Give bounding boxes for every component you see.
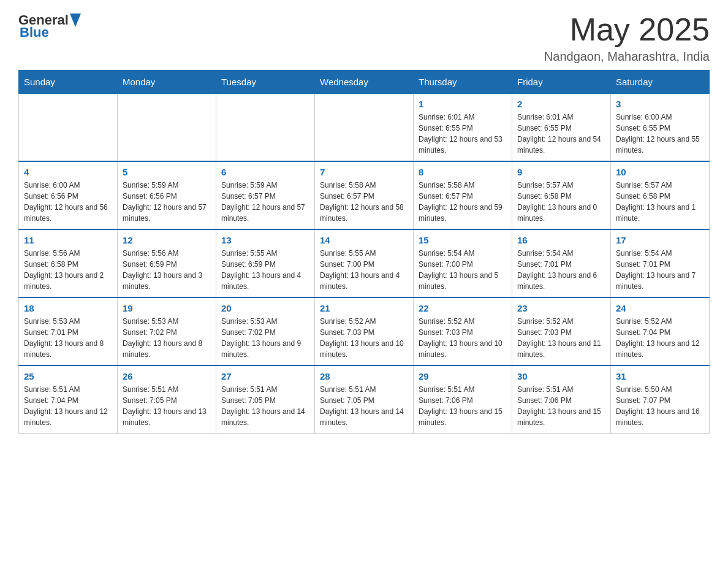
day-number: 21 [320, 303, 408, 313]
day-info: Sunrise: 5:50 AMSunset: 7:07 PMDaylight:… [616, 384, 704, 428]
calendar-cell: 15Sunrise: 5:54 AMSunset: 7:00 PMDayligh… [414, 229, 512, 297]
calendar-week-row: 1Sunrise: 6:01 AMSunset: 6:55 PMDaylight… [19, 94, 710, 162]
calendar-week-row: 25Sunrise: 5:51 AMSunset: 7:04 PMDayligh… [19, 366, 710, 434]
calendar-week-row: 11Sunrise: 5:56 AMSunset: 6:58 PMDayligh… [19, 229, 710, 297]
calendar-cell [216, 94, 315, 162]
day-info: Sunrise: 5:51 AMSunset: 7:05 PMDaylight:… [320, 384, 408, 428]
title-section: May 2025 Nandgaon, Maharashtra, India [544, 12, 710, 64]
logo-triangle-icon [70, 13, 81, 27]
day-number: 15 [419, 235, 507, 245]
day-info: Sunrise: 5:58 AMSunset: 6:57 PMDaylight:… [419, 180, 507, 224]
calendar-cell [118, 94, 216, 162]
calendar-cell: 23Sunrise: 5:52 AMSunset: 7:03 PMDayligh… [512, 297, 611, 366]
calendar-cell: 14Sunrise: 5:55 AMSunset: 7:00 PMDayligh… [315, 229, 414, 297]
day-number: 13 [221, 235, 309, 245]
day-info: Sunrise: 5:51 AMSunset: 7:04 PMDaylight:… [24, 384, 112, 428]
day-info: Sunrise: 6:00 AMSunset: 6:56 PMDaylight:… [24, 180, 112, 224]
day-info: Sunrise: 5:56 AMSunset: 6:58 PMDaylight:… [24, 248, 112, 292]
day-info: Sunrise: 6:00 AMSunset: 6:55 PMDaylight:… [616, 112, 704, 156]
calendar-cell: 16Sunrise: 5:54 AMSunset: 7:01 PMDayligh… [512, 229, 611, 297]
calendar-cell: 25Sunrise: 5:51 AMSunset: 7:04 PMDayligh… [19, 366, 118, 434]
calendar-cell: 11Sunrise: 5:56 AMSunset: 6:58 PMDayligh… [19, 229, 118, 297]
weekday-header-sunday: Sunday [19, 71, 118, 94]
month-title: May 2025 [544, 12, 710, 47]
calendar-header-row: SundayMondayTuesdayWednesdayThursdayFrid… [19, 71, 710, 94]
calendar-cell: 18Sunrise: 5:53 AMSunset: 7:01 PMDayligh… [19, 297, 118, 366]
day-info: Sunrise: 5:53 AMSunset: 7:01 PMDaylight:… [24, 316, 112, 360]
calendar-cell: 1Sunrise: 6:01 AMSunset: 6:55 PMDaylight… [414, 94, 512, 162]
day-info: Sunrise: 5:51 AMSunset: 7:06 PMDaylight:… [419, 384, 507, 428]
day-number: 18 [24, 303, 112, 313]
calendar-cell: 28Sunrise: 5:51 AMSunset: 7:05 PMDayligh… [315, 366, 414, 434]
day-number: 27 [221, 371, 309, 381]
day-number: 22 [419, 303, 507, 313]
calendar-cell: 26Sunrise: 5:51 AMSunset: 7:05 PMDayligh… [118, 366, 216, 434]
calendar-cell: 17Sunrise: 5:54 AMSunset: 7:01 PMDayligh… [611, 229, 710, 297]
calendar-cell: 2Sunrise: 6:01 AMSunset: 6:55 PMDaylight… [512, 94, 611, 162]
calendar-cell: 21Sunrise: 5:52 AMSunset: 7:03 PMDayligh… [315, 297, 414, 366]
calendar-cell [315, 94, 414, 162]
day-number: 5 [123, 167, 211, 177]
calendar-cell: 22Sunrise: 5:52 AMSunset: 7:03 PMDayligh… [414, 297, 512, 366]
day-info: Sunrise: 5:59 AMSunset: 6:56 PMDaylight:… [123, 180, 211, 224]
day-info: Sunrise: 5:51 AMSunset: 7:06 PMDaylight:… [517, 384, 605, 428]
day-info: Sunrise: 5:52 AMSunset: 7:03 PMDaylight:… [419, 316, 507, 360]
day-number: 19 [123, 303, 211, 313]
weekday-header-thursday: Thursday [414, 71, 512, 94]
calendar-cell [19, 94, 118, 162]
weekday-header-monday: Monday [118, 71, 216, 94]
day-info: Sunrise: 5:59 AMSunset: 6:57 PMDaylight:… [221, 180, 309, 224]
day-number: 31 [616, 371, 704, 381]
day-number: 11 [24, 235, 112, 245]
day-info: Sunrise: 6:01 AMSunset: 6:55 PMDaylight:… [419, 112, 507, 156]
day-info: Sunrise: 5:54 AMSunset: 7:01 PMDaylight:… [517, 248, 605, 292]
day-number: 12 [123, 235, 211, 245]
day-info: Sunrise: 5:52 AMSunset: 7:03 PMDaylight:… [517, 316, 605, 360]
day-number: 10 [616, 167, 704, 177]
page-header: General Blue May 2025 Nandgaon, Maharash… [18, 12, 710, 64]
calendar-cell: 8Sunrise: 5:58 AMSunset: 6:57 PMDaylight… [414, 161, 512, 229]
day-number: 30 [517, 371, 605, 381]
day-number: 29 [419, 371, 507, 381]
calendar-cell: 27Sunrise: 5:51 AMSunset: 7:05 PMDayligh… [216, 366, 315, 434]
day-number: 28 [320, 371, 408, 381]
logo: General Blue [18, 12, 81, 40]
calendar-week-row: 4Sunrise: 6:00 AMSunset: 6:56 PMDaylight… [19, 161, 710, 229]
day-info: Sunrise: 5:56 AMSunset: 6:59 PMDaylight:… [123, 248, 211, 292]
calendar-cell: 6Sunrise: 5:59 AMSunset: 6:57 PMDaylight… [216, 161, 315, 229]
day-number: 2 [517, 99, 605, 109]
day-number: 4 [24, 167, 112, 177]
weekday-header-tuesday: Tuesday [216, 71, 315, 94]
day-number: 14 [320, 235, 408, 245]
day-info: Sunrise: 5:52 AMSunset: 7:04 PMDaylight:… [616, 316, 704, 360]
day-info: Sunrise: 5:55 AMSunset: 6:59 PMDaylight:… [221, 248, 309, 292]
day-info: Sunrise: 5:54 AMSunset: 7:00 PMDaylight:… [419, 248, 507, 292]
calendar-week-row: 18Sunrise: 5:53 AMSunset: 7:01 PMDayligh… [19, 297, 710, 366]
day-info: Sunrise: 5:52 AMSunset: 7:03 PMDaylight:… [320, 316, 408, 360]
day-info: Sunrise: 5:55 AMSunset: 7:00 PMDaylight:… [320, 248, 408, 292]
day-info: Sunrise: 5:51 AMSunset: 7:05 PMDaylight:… [221, 384, 309, 428]
calendar-cell: 9Sunrise: 5:57 AMSunset: 6:58 PMDaylight… [512, 161, 611, 229]
day-number: 3 [616, 99, 704, 109]
day-number: 24 [616, 303, 704, 313]
day-number: 23 [517, 303, 605, 313]
calendar-cell: 20Sunrise: 5:53 AMSunset: 7:02 PMDayligh… [216, 297, 315, 366]
day-number: 9 [517, 167, 605, 177]
day-number: 7 [320, 167, 408, 177]
calendar-cell: 5Sunrise: 5:59 AMSunset: 6:56 PMDaylight… [118, 161, 216, 229]
calendar-cell: 19Sunrise: 5:53 AMSunset: 7:02 PMDayligh… [118, 297, 216, 366]
weekday-header-friday: Friday [512, 71, 611, 94]
calendar-cell: 12Sunrise: 5:56 AMSunset: 6:59 PMDayligh… [118, 229, 216, 297]
day-info: Sunrise: 5:51 AMSunset: 7:05 PMDaylight:… [123, 384, 211, 428]
day-info: Sunrise: 5:58 AMSunset: 6:57 PMDaylight:… [320, 180, 408, 224]
logo-blue: Blue [20, 25, 49, 40]
calendar-cell: 10Sunrise: 5:57 AMSunset: 6:58 PMDayligh… [611, 161, 710, 229]
calendar-cell: 4Sunrise: 6:00 AMSunset: 6:56 PMDaylight… [19, 161, 118, 229]
svg-marker-0 [70, 13, 81, 27]
calendar-cell: 13Sunrise: 5:55 AMSunset: 6:59 PMDayligh… [216, 229, 315, 297]
day-number: 8 [419, 167, 507, 177]
weekday-header-saturday: Saturday [611, 71, 710, 94]
day-info: Sunrise: 5:57 AMSunset: 6:58 PMDaylight:… [517, 180, 605, 224]
day-info: Sunrise: 5:57 AMSunset: 6:58 PMDaylight:… [616, 180, 704, 224]
calendar-cell: 29Sunrise: 5:51 AMSunset: 7:06 PMDayligh… [414, 366, 512, 434]
